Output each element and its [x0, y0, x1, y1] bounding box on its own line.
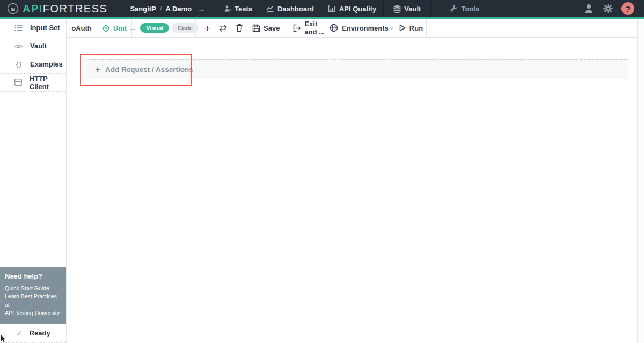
status-row: ✓ Ready: [0, 324, 66, 343]
save-floppy-icon: [252, 24, 260, 32]
composer-toolbar: oAuth Unit → Visual Code + ⇄ Save: [67, 19, 637, 38]
chevron-down-icon: [389, 26, 394, 30]
nav-item-label: Tools: [461, 5, 479, 13]
sidebar-item-http-client[interactable]: HTTP Client: [0, 74, 66, 92]
navbar-right: ?: [583, 2, 644, 15]
dashboard-chart-icon: [266, 5, 274, 12]
sidebar-spacer: [0, 92, 66, 267]
view-mode-switch: → Visual Code: [132, 19, 196, 37]
run-button[interactable]: Run: [396, 19, 427, 37]
browser-window-icon: [14, 79, 23, 86]
nav-item-label: API Quality: [339, 5, 376, 13]
breadcrumb-user[interactable]: SangitP: [130, 5, 156, 13]
list-icon: [14, 24, 23, 31]
sidebar-item-label: Input Set: [30, 24, 60, 32]
need-help-title: Need help?: [5, 272, 62, 280]
environments-dropdown-toggle[interactable]: [387, 19, 396, 37]
oauth-button[interactable]: oAuth: [67, 19, 97, 37]
nav-divider: [430, 0, 431, 17]
nav-item-api-quality[interactable]: API Quality: [321, 0, 383, 17]
oauth-label: oAuth: [71, 24, 92, 32]
bar-chart-icon: [328, 5, 336, 12]
save-button[interactable]: Save: [252, 24, 280, 32]
exit-label: Exit and ...: [304, 20, 331, 36]
visual-mode-pill[interactable]: Visual: [140, 23, 169, 33]
sidebar-item-examples[interactable]: { } Examples: [0, 55, 66, 74]
breadcrumb[interactable]: SangitP / A Demo →: [130, 4, 206, 13]
logo-wordmark: APIFORTRESS: [23, 3, 107, 14]
nav-item-dashboard[interactable]: Dashboard: [259, 0, 321, 17]
unit-test-button[interactable]: Unit: [97, 19, 132, 37]
api-fortress-app: APIFORTRESS SangitP / A Demo → Tests Das…: [0, 0, 644, 343]
app-logo[interactable]: APIFORTRESS: [0, 3, 107, 14]
environments-button[interactable]: Environments: [331, 19, 387, 37]
status-ready-label: Ready: [30, 329, 50, 337]
nav-item-tools[interactable]: Tools: [443, 5, 486, 13]
nav-item-vault[interactable]: Vault: [384, 5, 430, 13]
user-account-icon[interactable]: [583, 3, 595, 14]
mouse-cursor: [1, 334, 6, 343]
nav-item-label: Vault: [404, 5, 421, 13]
composer-canvas: + Add Request / Assertions: [67, 38, 637, 343]
logo-api-text: API: [23, 3, 43, 14]
code-icon: </>: [14, 43, 23, 49]
add-component-icon[interactable]: +: [204, 23, 210, 33]
logo-fortress-text: FORTRESS: [43, 3, 108, 14]
best-practices-link-line1[interactable]: Learn Best Practices at: [5, 293, 62, 309]
sidebar-item-input-set[interactable]: Input Set: [0, 19, 66, 37]
database-icon: [393, 5, 401, 13]
nav-item-label: Dashboard: [277, 5, 314, 13]
quick-start-guide-link[interactable]: Quick Start Guide: [5, 284, 62, 293]
nav-item-label: Tests: [235, 5, 252, 13]
nav-item-tests[interactable]: Tests: [217, 0, 259, 17]
reorder-swap-icon[interactable]: ⇄: [219, 24, 226, 33]
unit-diamond-icon: [102, 24, 110, 32]
run-play-icon: [399, 24, 406, 32]
sidebar-item-label: Vault: [30, 42, 47, 50]
exit-button[interactable]: Exit and ...: [292, 20, 331, 36]
nav-items: Tests Dashboard API Quality: [217, 0, 383, 17]
mode-arrow-icon: →: [129, 24, 136, 32]
flow-connector-line: [86, 38, 86, 59]
nav-divider: [206, 0, 206, 17]
add-request-assertions-label: Add Request / Assertions: [105, 65, 193, 74]
sidebar-item-vault[interactable]: </> Vault: [0, 37, 66, 55]
best-practices-link-line2[interactable]: API Testing University: [5, 309, 62, 317]
save-label: Save: [264, 24, 280, 32]
component-actions: + ⇄: [196, 19, 252, 37]
breadcrumb-project[interactable]: A Demo: [165, 5, 192, 13]
tests-user-icon: [224, 5, 231, 12]
scrollbar-gutter[interactable]: [637, 19, 644, 343]
help-question-glyph: ?: [625, 4, 630, 13]
wrench-icon: [450, 5, 458, 13]
sidebar-item-label: Examples: [30, 60, 63, 68]
unit-label: Unit: [113, 24, 127, 32]
file-actions: Save Exit and ...: [252, 19, 331, 37]
top-navbar: APIFORTRESS SangitP / A Demo → Tests Das…: [0, 0, 644, 19]
code-mode-pill[interactable]: Code: [172, 23, 199, 33]
braces-icon: { }: [14, 61, 23, 68]
help-button[interactable]: ?: [621, 2, 634, 15]
need-help-box: Need help? Quick Start Guide Learn Best …: [0, 267, 66, 324]
run-label: Run: [409, 24, 423, 32]
left-sidebar: Input Set </> Vault { } Examples HTTP Cl…: [0, 19, 67, 343]
plus-icon: +: [95, 65, 100, 74]
globe-icon: [330, 24, 338, 32]
breadcrumb-separator: /: [160, 5, 162, 13]
add-request-assertions-button[interactable]: + Add Request / Assertions: [86, 59, 628, 79]
settings-gear-icon[interactable]: [602, 3, 614, 14]
check-icon: ✓: [16, 329, 23, 338]
exit-arrow-icon: [292, 24, 301, 32]
breadcrumb-arrow-icon: →: [197, 4, 206, 13]
fortress-logo-icon: [7, 3, 19, 14]
sidebar-item-label: HTTP Client: [30, 75, 66, 91]
trash-icon[interactable]: [236, 24, 243, 32]
environments-label: Environments: [342, 24, 389, 32]
